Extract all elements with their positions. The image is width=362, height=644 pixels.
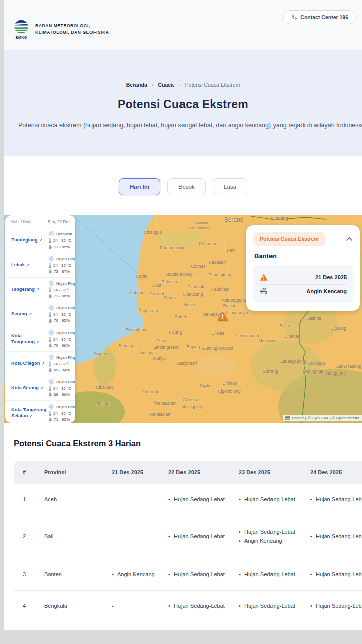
rain-cloud-icon [48, 379, 55, 385]
header: BMKG BADAN METEOROLOGI, KLIMATOLOGI, DAN… [4, 0, 362, 50]
alert-date: 21 Des 2025 [315, 274, 347, 280]
map-town-label: Banjar [223, 303, 236, 308]
col-number: # [23, 469, 44, 475]
weather-row[interactable]: Pandeglang Berawan 24 - 32 °C 73 - 95% [5, 228, 75, 253]
row-number: 1 [23, 495, 44, 504]
panel-detail-box: 21 Des 2025 Angin Kencang [253, 265, 353, 303]
forecast-item: Hujan Sedang-Lebat [168, 532, 231, 541]
map-town-label: Menes [183, 302, 196, 307]
map-town-label: Jasinga [306, 316, 321, 321]
weather-row[interactable]: Tangerang Hujan Ringan 24 - 32 °C 71 - 9… [5, 277, 75, 302]
humidity-icon [48, 392, 52, 397]
tab-besok[interactable]: Besok [167, 178, 206, 195]
map-town-label: Patia [156, 338, 166, 343]
humidity-icon [48, 417, 52, 422]
map-town-label: Sobang [118, 343, 133, 348]
weather-list-card: Kab. / Kota Sen, 22 Des Pandeglang Beraw… [5, 215, 75, 423]
humidity-range: 70 - 95% [54, 318, 70, 323]
breadcrumb-cuaca[interactable]: Cuaca [158, 82, 174, 88]
weather-map[interactable]: SerangBinuangMancakGunungsariCinangkaPab… [4, 215, 362, 423]
cell-dash: - [112, 495, 168, 504]
map-town-label: Binuang [271, 216, 288, 221]
humidity-icon [48, 269, 52, 274]
row-provinsi: Bengkulu [44, 602, 112, 611]
weather-condition: Hujan Ringan [56, 281, 75, 286]
tab-hari-ini[interactable]: Hari Ini [119, 178, 160, 195]
map-town-label: Lebakgedong [280, 359, 306, 364]
rain-cloud-icon [48, 305, 55, 311]
weather-row[interactable]: Serang Hujan Ringan 24 - 32 °C 70 - 95% [5, 302, 75, 327]
hero-section: Beranda › Cuaca › Potensi Cuaca Ekstrem … [4, 50, 362, 156]
weather-row[interactable]: Kota Cilegon Hujan Ringan 24 - 32 °C 69 … [5, 351, 75, 376]
weather-row[interactable]: Kota Serang Hujan Ringan 24 - 32 °C 69 -… [5, 376, 75, 400]
map-town-label: Bojongmanik [303, 369, 327, 374]
map-town-label: Pulosari [162, 279, 177, 284]
map-town-label: Kaduhejo [211, 287, 229, 292]
weather-row[interactable]: Kota Tangerang Selatan Hujan Ringan 24 -… [5, 400, 75, 423]
chevron-up-icon[interactable] [346, 236, 353, 242]
humidity-range: 73 - 95% [54, 245, 70, 249]
table-row: 2 Bali - Hujan Sedang-Lebat Hujan Sedang… [14, 515, 362, 558]
panel-region: Banten [254, 252, 353, 260]
map-town-label: Cileles [211, 331, 224, 336]
warning-triangle-icon [259, 273, 268, 281]
map-town-label: Cadasari [209, 260, 226, 265]
weather-row[interactable]: Lebak Hujan Ringan 24 - 32 °C 73 - 87% [5, 253, 75, 277]
thermometer-icon [48, 287, 52, 293]
col-22des: 22 Des 2025 [168, 469, 239, 475]
cyclosm-link[interactable]: © CyclOSM [308, 416, 328, 420]
map-town-label: Carita [136, 274, 148, 279]
contact-center-button[interactable]: Contact Center 196 [283, 10, 356, 24]
contact-center-label: Contact Center 196 [300, 14, 348, 20]
map-town-label: Cisata [164, 295, 176, 300]
weather-condition: Hujan Ringan [56, 257, 75, 261]
forecast-item: Hujan Sedang-Lebat [168, 602, 231, 611]
cloud-icon [48, 231, 55, 237]
weather-row[interactable]: Kota Tangerang Hujan Ringan 24 - 32 °C 7… [5, 327, 75, 351]
table-header-row: # Provinsi 21 Des 2025 22 Des 2025 23 De… [14, 461, 362, 484]
leaflet-link[interactable]: Leaflet [292, 416, 303, 420]
map-town-label: Petir [227, 248, 235, 253]
cell-dash: - [112, 602, 168, 611]
breadcrumb: Beranda › Cuaca › Potensi Cuaca Ekstrem [4, 50, 362, 88]
chevron-right-icon: › [178, 82, 180, 88]
row-provinsi: Banten [44, 570, 112, 579]
page-title: Potensi Cuaca Ekstrem [4, 98, 362, 111]
humidity-range: 69 - 96% [54, 392, 70, 397]
forecast-item: Hujan Sedang-Lebat [239, 570, 302, 579]
col-24des: 24 Des 2025 [310, 469, 362, 475]
row-number: 2 [23, 532, 44, 541]
rain-cloud-icon [48, 330, 55, 336]
cell-dash: - [112, 532, 168, 541]
map-town-label: Saketi [175, 314, 187, 319]
map-town-label: Panimbang [126, 327, 147, 332]
map-town-label: Wanasalam [149, 412, 172, 417]
table-row: 4 Bengkulu - Hujan Sedang-Lebat Hujan Se… [14, 590, 362, 622]
forecast-item: Hujan Sedang-Lebat [168, 495, 231, 504]
map-town-label: Jiput [152, 283, 161, 288]
row-number: 4 [23, 602, 44, 611]
rain-cloud-icon [48, 355, 55, 360]
panel-badge: Potensi Cuaca Ekstrem [253, 232, 325, 246]
rain-cloud-icon [48, 256, 55, 262]
map-town-label: Labuan [130, 290, 144, 295]
region-link: Kota Tangerang Selatan [11, 407, 48, 419]
tab-lusa[interactable]: Lusa [213, 178, 247, 195]
osm-link[interactable]: © OpenStreetM [332, 416, 359, 420]
humidity-range: 69 - 94% [54, 368, 70, 372]
thermometer-icon [48, 237, 52, 244]
region-link: Kota Serang [11, 385, 48, 391]
bmkg-logo[interactable]: BMKG BADAN METEOROLOGI, KLIMATOLOGI, DAN… [12, 18, 109, 39]
humidity-range: 71 - 96% [54, 294, 70, 298]
temp-range: 24 - 32 °C [53, 288, 71, 292]
warning-marker-icon[interactable] [217, 311, 228, 324]
forecast-item: Hujan Sedang-Lebat [239, 602, 302, 611]
map-town-label: Pagelaran [139, 308, 158, 313]
thermometer-icon [48, 336, 52, 342]
map-town-label: Nanggung [326, 371, 345, 376]
breadcrumb-beranda[interactable]: Beranda [126, 82, 147, 88]
table-row: 1 Aceh - Hujan Sedang-Lebat Hujan Sedang… [14, 484, 362, 515]
agency-name: BADAN METEOROLOGI, KLIMATOLOGI, DAN GEOF… [35, 18, 109, 36]
map-town-label: Mancak [195, 221, 208, 225]
forecast-item: Hujan Sedang-Lebat [310, 570, 362, 579]
